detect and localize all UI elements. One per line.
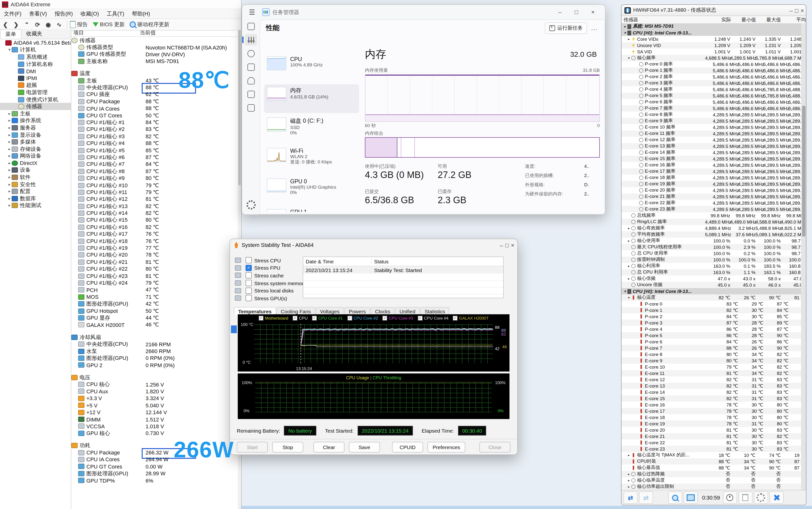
sensor-row[interactable]: GALAX H2000T46 ℃ [71, 321, 241, 328]
stress-option[interactable]: Stress GPU(s) [235, 294, 306, 302]
hw-sensor-row[interactable]: ▾核心温度82 ℃26 ℃90 ℃81 ℃ [622, 294, 801, 301]
expander-icon[interactable]: ▸ [7, 190, 12, 194]
hw-sensor-row[interactable]: ▸核心有效频率4,889.4 MHz3.2 MHz5,488.8 MHz4,82… [622, 225, 801, 231]
hw-sensor-row[interactable]: E-core 1079 ℃34 ℃82 ℃79 ℃ [622, 364, 801, 370]
hw-sensor-row[interactable]: E-core 980 ℃34 ℃82 ℃79 ℃ [622, 358, 801, 364]
hw-sensor-row[interactable]: E-core 1978 ℃31 ℃80 ℃77 ℃ [622, 420, 801, 427]
menu-item[interactable]: 帮助(H) [128, 10, 154, 18]
expander-icon[interactable]: ▸ [626, 239, 631, 243]
expander-icon[interactable]: ▸ [7, 196, 12, 201]
sidebar-item[interactable]: ▸安全性 [0, 181, 71, 188]
aida64-titlebar[interactable]: 64 AIDA64 Extreme [0, 0, 241, 9]
hw-group-row[interactable]: ▾CPU [#0]: Intel Core i9-13... [622, 288, 801, 294]
forward-icon[interactable]: ❯ [13, 21, 19, 28]
expander-icon[interactable]: ▸ [626, 277, 631, 280]
rail-startup-apps-icon[interactable] [245, 61, 257, 73]
driver-update-icon[interactable] [130, 21, 136, 28]
legend-checkbox[interactable]: ✓ [382, 316, 387, 320]
sensor-row[interactable]: CPU #1/核心 #784 ℃ [71, 161, 241, 168]
sidebar-item[interactable]: ▸网络设备 [0, 152, 71, 160]
hw-sensor-row[interactable]: E-core 23 频率4,289.5 MHz4,289.5 MHz4,289.… [622, 206, 801, 212]
column-value[interactable]: 当前值 [140, 29, 156, 36]
sensor-row[interactable]: GPU 显存44 ℃ [71, 314, 241, 321]
stress-option[interactable]: Stress system memory [235, 279, 306, 287]
expander-icon[interactable]: ▸ [7, 182, 12, 186]
hw-sensor-row[interactable]: E-core 1778 ℃30 ℃80 ℃77 ℃ [622, 408, 801, 414]
expander-icon[interactable]: ▾ [626, 296, 631, 300]
legend-checkbox[interactable]: ✓ [347, 316, 352, 320]
hw-sensor-row[interactable]: ▸核心过热降频否否否 [622, 471, 801, 477]
expander-icon[interactable]: ▸ [7, 133, 12, 137]
hw-sensor-row[interactable]: P-core 3 频率5,486.6 MHz5,486.6 MHz5,486.6… [622, 80, 801, 86]
sensor-row[interactable]: 中央处理器(CPU)2166 RPM [71, 341, 241, 348]
sidebar-item[interactable]: ▾计算机 [0, 46, 71, 53]
rail-processes-icon[interactable] [245, 21, 257, 32]
checkbox[interactable] [246, 287, 252, 294]
hw-report-button[interactable] [738, 491, 752, 504]
expander-icon[interactable]: ▸ [7, 154, 12, 158]
graph-scroll-indicator[interactable] [231, 326, 237, 333]
menu-item[interactable]: 查看(V) [25, 10, 51, 18]
hw-sensor-row[interactable]: E-core 10 频率4,289.5 MHz4,289.5 MHz4,289.… [622, 124, 801, 131]
hamburger-icon[interactable]: ☰ [249, 8, 255, 16]
sidebar-item-device[interactable]: GPU 1NVIDIA GeForce RT...1% (42 °C) [264, 207, 359, 212]
hw-clock-button[interactable] [723, 491, 737, 504]
hw-sensor-row[interactable]: E-core 9 频率4,289.5 MHz4,289.5 MHz4,289.5… [622, 118, 801, 124]
expander-icon[interactable]: ▸ [7, 147, 12, 151]
expander-icon[interactable]: ▸ [626, 472, 631, 476]
sidebar-item[interactable]: ▸主板 [0, 110, 71, 117]
report-icon[interactable] [70, 21, 76, 28]
hw-sensor-row[interactable]: P-core 284 ℃30 ℃85 ℃82 ℃ [622, 313, 801, 319]
close-button[interactable]: × [801, 7, 804, 14]
sidebar-item[interactable]: 计算机名称 [0, 61, 71, 68]
sensor-row[interactable]: DIMM1.512 V [71, 416, 241, 423]
hw-sensor-row[interactable]: ▸核心温度与 TjMAX 的距...18 ℃10 ℃74 ℃19 ℃ [622, 452, 801, 458]
tab-temperatures[interactable]: Temperatures [234, 307, 276, 315]
sensor-row[interactable]: CPU IA Cores88 ℃ [71, 105, 241, 112]
sidebar-item[interactable]: 便携式计算机 [0, 96, 71, 103]
sst-titlebar[interactable]: System Stability Test - AIDA64 – □ × [230, 239, 517, 251]
menu-item[interactable]: 收藏(O) [77, 10, 103, 18]
hw-sensor-row[interactable]: E-core 19 频率4,289.5 MHz4,289.5 MHz4,289.… [622, 181, 801, 187]
sensor-row[interactable]: CPU #1/核心 #382 ℃ [71, 133, 241, 140]
hw-monitor-search-button[interactable] [668, 491, 682, 504]
sensor-row[interactable]: GPU 传感器类型Driver (NV-DRV) [71, 51, 241, 58]
sensor-row[interactable]: CPU #1/核心 #1281 ℃ [71, 196, 241, 203]
column-item[interactable]: 项目 [71, 29, 140, 36]
hw-sensor-row[interactable]: E-core 15 频率4,289.5 MHz4,289.5 MHz4,289.… [622, 156, 801, 162]
hw-group-row[interactable]: ▾CPU [#0]: Intel Core i9-13... [622, 30, 801, 36]
expander-icon[interactable]: ▾ [622, 31, 627, 35]
hw-sensor-row[interactable]: P-core 5 频率5,486.6 MHz5,486.6 MHz5,785.8… [622, 93, 801, 99]
hw-sensor-row[interactable]: ▸核心利用率163.0 %0.1 %183.5 %160.8 % [622, 263, 801, 269]
tab-statistics[interactable]: Statistics [420, 307, 449, 315]
hw-sensor-row[interactable]: 核心最高值88 ℃34 ℃90 ℃87 ℃ [622, 465, 801, 471]
tab-menu[interactable]: 菜单 [0, 29, 21, 39]
cpuid-button[interactable]: CPUID [392, 442, 423, 452]
tab-powers[interactable]: Powers [345, 307, 370, 315]
sidebar-item[interactable]: ▸数据库 [0, 195, 71, 202]
hw-sensor-row[interactable]: Uncore VID1.209 V1.209 V1.231 V1.209 V [622, 42, 801, 48]
hw-sensor-row[interactable]: P-core 4 频率5,486.6 MHz5,486.6 MHz5,785.8… [622, 86, 801, 93]
stress-option[interactable]: Stress local disks [235, 287, 306, 294]
more-options-button[interactable]: ... [587, 25, 602, 32]
driver-update-button[interactable]: 驱动程序更新 [137, 21, 169, 28]
stop-button[interactable]: Stop [272, 442, 303, 452]
sensor-row[interactable]: CPU #1/核心 #283 ℃ [71, 126, 241, 133]
sensor-row[interactable]: CPU #1/核心 #980 ℃ [71, 175, 241, 182]
expander-icon[interactable]: ▸ [7, 168, 12, 172]
hw-sensor-row[interactable]: 按需时钟调制100.0 %100.0 %100.0 %100.0 % [622, 257, 801, 263]
expander-icon[interactable]: ▸ [626, 264, 631, 268]
sensor-row[interactable]: CPU #1/核心 #2078 ℃ [71, 251, 241, 259]
minimize-button[interactable]: – [500, 242, 503, 249]
sidebar-item[interactable]: ▸设备 [0, 167, 71, 174]
sensor-row[interactable]: CPU #1/核心 #887 ℃ [71, 168, 241, 175]
sensor-row[interactable]: CPU #1/核心 #2479 ℃ [71, 280, 241, 286]
sidebar-item[interactable]: AIDA64 v6.75.6134 Beta [0, 39, 71, 46]
sidebar-item[interactable]: IPMI [0, 75, 71, 82]
log-col-datetime[interactable]: Date & Time [303, 259, 372, 264]
sensor-row[interactable]: 水泵2660 RPM [71, 348, 241, 355]
chart-icon[interactable]: ∿ [57, 21, 61, 28]
menu-item[interactable]: 工具(T) [103, 10, 128, 18]
hw-sensor-row[interactable]: E-core 8 频率4,289.5 MHz4,289.5 MHz4,289.5… [622, 111, 801, 118]
sensor-row[interactable]: MOS71 ℃ [71, 294, 241, 301]
